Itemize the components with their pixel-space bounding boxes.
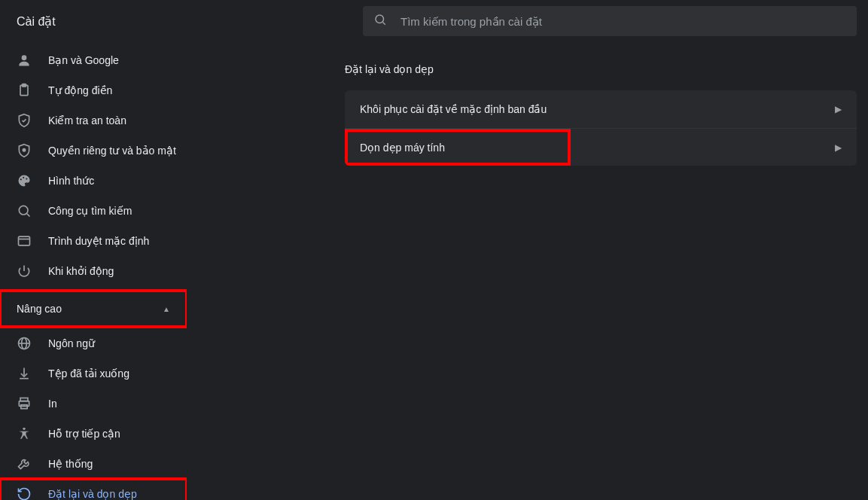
top-bar: Cài đặt <box>0 0 868 42</box>
sidebar-item-label: Trình duyệt mặc định <box>48 235 149 247</box>
sidebar-item-label: Quyền riêng tư và bảo mật <box>48 145 176 157</box>
search-icon <box>373 13 387 29</box>
svg-point-9 <box>19 206 28 215</box>
sidebar-item-reset-cleanup[interactable]: Đặt lại và dọn dẹp <box>0 479 187 500</box>
page-title: Cài đặt <box>0 14 56 29</box>
svg-point-6 <box>20 178 22 180</box>
svg-rect-11 <box>19 236 30 245</box>
shield-lock-icon <box>17 143 32 158</box>
sidebar-item-safety-check[interactable]: Kiểm tra an toàn <box>0 105 187 136</box>
chevron-right-icon: ▶ <box>835 104 842 114</box>
svg-point-5 <box>23 149 25 151</box>
sidebar-item-label: Hình thức <box>48 175 94 187</box>
row-clean-computer[interactable]: Dọn dẹp máy tính ▶ <box>345 128 857 166</box>
sidebar-item-label: Đặt lại và dọn dẹp <box>48 488 137 500</box>
sidebar-item-default-browser[interactable]: Trình duyệt mặc định <box>0 226 187 256</box>
sidebar-item-label: Tự động điền <box>48 84 112 96</box>
search-input[interactable] <box>400 15 846 28</box>
sidebar-item-label: Hệ thống <box>48 458 93 470</box>
wrench-icon <box>17 456 32 471</box>
sidebar-item-label: Ngôn ngữ <box>48 337 95 349</box>
sidebar-item-languages[interactable]: Ngôn ngữ <box>0 328 187 358</box>
chevron-up-icon: ▲ <box>163 305 170 313</box>
chevron-right-icon: ▶ <box>835 142 842 153</box>
search-box[interactable] <box>363 6 857 36</box>
sidebar-item-you-and-google[interactable]: Bạn và Google <box>0 45 187 75</box>
svg-point-8 <box>26 178 27 179</box>
sidebar-item-label: Tệp đã tải xuống <box>48 367 129 380</box>
sidebar-item-search-engine[interactable]: Công cụ tìm kiếm <box>0 196 187 226</box>
palette-icon <box>17 173 32 188</box>
shield-check-icon <box>17 113 32 128</box>
sidebar-item-label: In <box>48 398 57 410</box>
sidebar-item-label: Hỗ trợ tiếp cận <box>48 428 120 440</box>
sidebar-section-advanced[interactable]: Nâng cao ▲ <box>0 291 187 327</box>
sidebar-item-downloads[interactable]: Tệp đã tải xuống <box>0 358 187 389</box>
svg-point-2 <box>22 55 27 60</box>
sidebar-item-label: Công cụ tìm kiếm <box>48 205 132 217</box>
svg-line-1 <box>382 22 385 24</box>
sidebar-section-label: Nâng cao <box>17 303 62 315</box>
accessibility-icon <box>17 426 32 441</box>
svg-rect-19 <box>21 405 27 409</box>
download-icon <box>17 366 32 381</box>
svg-point-7 <box>23 177 24 178</box>
row-label: Dọn dẹp máy tính <box>360 142 445 154</box>
sidebar-item-label: Kiểm tra an toàn <box>48 114 126 127</box>
settings-sidebar[interactable]: Bạn và Google Tự động điền Kiểm tra an t… <box>0 42 187 500</box>
sidebar-item-on-startup[interactable]: Khi khởi động <box>0 256 187 286</box>
sidebar-item-printing[interactable]: In <box>0 389 187 419</box>
clipboard-icon <box>17 83 32 98</box>
restore-icon <box>17 486 32 500</box>
sidebar-item-system[interactable]: Hệ thống <box>0 449 187 479</box>
svg-rect-4 <box>23 84 26 87</box>
person-icon <box>17 53 32 68</box>
sidebar-item-privacy[interactable]: Quyền riêng tư và bảo mật <box>0 136 187 166</box>
sidebar-item-label: Bạn và Google <box>48 54 119 66</box>
sidebar-item-accessibility[interactable]: Hỗ trợ tiếp cận <box>0 419 187 449</box>
section-title: Đặt lại và dọn dẹp <box>345 63 868 75</box>
main-panel: Đặt lại và dọn dẹp Khôi phục cài đặt về … <box>187 42 868 500</box>
svg-point-20 <box>23 428 25 430</box>
sidebar-item-autofill[interactable]: Tự động điền <box>0 75 187 105</box>
sidebar-item-appearance[interactable]: Hình thức <box>0 166 187 196</box>
power-icon <box>17 264 32 279</box>
browser-icon <box>17 233 32 248</box>
row-restore-defaults[interactable]: Khôi phục cài đặt về mặc định ban đầu ▶ <box>345 90 857 128</box>
svg-point-0 <box>376 15 384 23</box>
settings-card: Khôi phục cài đặt về mặc định ban đầu ▶ … <box>345 90 857 166</box>
print-icon <box>17 396 32 411</box>
row-label: Khôi phục cài đặt về mặc định ban đầu <box>360 103 547 115</box>
search-icon <box>17 203 32 218</box>
svg-line-10 <box>27 214 30 217</box>
sidebar-item-label: Khi khởi động <box>48 265 114 277</box>
globe-icon <box>17 336 32 351</box>
